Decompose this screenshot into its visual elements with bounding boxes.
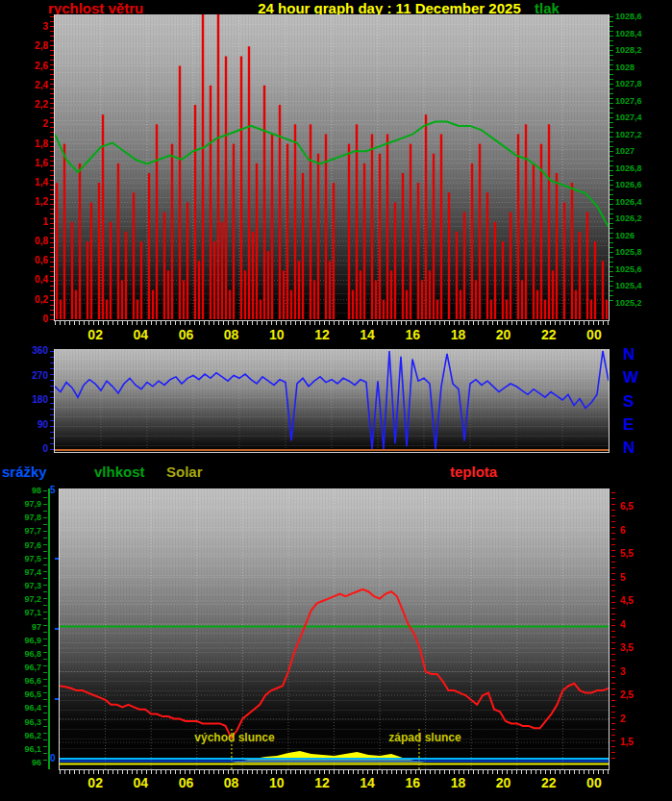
hour-label: 22	[536, 327, 561, 342]
humidity-tick-label: 96,8	[12, 649, 41, 660]
pressure-tick-label: 1027,8	[615, 79, 660, 89]
pressure-tick-label: 1025,2	[615, 298, 660, 309]
pressure-tick-label: 1027,2	[615, 130, 660, 140]
humidity-tick-label: 96	[12, 758, 41, 768]
rain-axis-tick	[55, 628, 59, 630]
wind-speed-tick-label: 0,8	[17, 236, 48, 246]
hour-label: 18	[445, 775, 470, 790]
temperature-tick-label: 5	[620, 572, 649, 583]
wind-speed-axis-ticks	[50, 16, 54, 320]
rain-axis-tick	[55, 558, 59, 560]
rain-humidity-solar-temperature-chart	[59, 488, 610, 770]
humidity-tick-label: 96,9	[12, 636, 41, 646]
hour-label: 04	[128, 775, 153, 790]
humidity-tick-label: 96,3	[12, 717, 41, 728]
hour-label: 20	[491, 775, 516, 790]
wind-speed-tick-label: 2	[17, 118, 48, 129]
humidity-tick-label: 97,6	[12, 540, 41, 551]
wind-speed-tick-label: 2,8	[17, 40, 48, 51]
pressure-tick-label: 1027	[615, 146, 660, 157]
temperature-tick-label: 6,5	[620, 501, 649, 512]
legend-solar: Solar	[166, 463, 203, 480]
hour-label: 22	[536, 775, 561, 790]
humidity-tick-label: 98	[12, 486, 41, 496]
hour-label: 12	[310, 327, 335, 342]
legend-humidity: vlhkost	[94, 463, 145, 480]
wind-speed-tick-label: 1,8	[17, 138, 48, 149]
temperature-tick-label: 6	[620, 525, 649, 536]
hour-label: 04	[128, 327, 153, 342]
humidity-tick-label: 97,3	[12, 581, 41, 591]
rain-tick-label: 0	[50, 753, 58, 763]
humidity-tick-label: 97,7	[12, 526, 41, 537]
weather-24h-graph-page: rychlost větru 24 hour graph day : 11 De…	[0, 0, 672, 801]
humidity-tick-label: 96,5	[12, 689, 41, 700]
wind-direction-chart	[54, 349, 610, 453]
pressure-tick-label: 1027,6	[615, 96, 660, 107]
pressure-tick-label: 1026,2	[615, 213, 660, 224]
sunrise-label: východ slunce	[187, 731, 283, 744]
wind-direction-tick-label: 90	[21, 419, 48, 430]
wind-direction-tick-label: 0	[21, 443, 48, 454]
wind-speed-tick-label: 2,4	[17, 80, 48, 90]
sunset-label: západ slunce	[377, 731, 473, 744]
temperature-tick-label: 4,5	[620, 595, 649, 606]
hour-label: 00	[582, 327, 607, 342]
hour-axis-ticks-bottom	[60, 770, 609, 774]
pressure-tick-label: 1026,8	[615, 163, 660, 174]
humidity-tick-label: 97,1	[12, 608, 41, 618]
rain-axis-tick	[55, 698, 59, 700]
wind-speed-tick-label: 2,6	[17, 61, 48, 71]
pressure-tick-label: 1026	[615, 231, 660, 241]
hour-label: 14	[355, 327, 380, 342]
wind-speed-tick-label: 0	[17, 313, 48, 324]
pressure-tick-label: 1028,4	[615, 29, 660, 39]
compass-letter-n2: N	[623, 438, 646, 458]
wind-speed-tick-label: 1,2	[17, 196, 48, 207]
pressure-tick-label: 1025,8	[615, 247, 660, 258]
humidity-axis-line	[48, 488, 50, 769]
hour-label: 02	[83, 327, 108, 342]
hour-label: 10	[264, 775, 289, 790]
wind-speed-tick-label: 1	[17, 216, 48, 227]
humidity-tick-label: 97,4	[12, 567, 41, 578]
hour-label: 10	[264, 327, 289, 342]
wind-speed-tick-label: 1,4	[17, 177, 48, 188]
humidity-tick-label: 97,9	[12, 499, 41, 510]
wind-speed-tick-label: 0,6	[17, 255, 48, 265]
compass-letter-e: E	[623, 415, 646, 435]
humidity-tick-label: 96,7	[12, 663, 41, 673]
temperature-tick-label: 4	[620, 619, 649, 630]
wind-direction-tick-label: 360	[21, 345, 48, 356]
hour-label: 06	[173, 775, 198, 790]
hour-label: 20	[491, 327, 516, 342]
rain-tick-label: 5	[50, 485, 58, 495]
hour-label: 12	[310, 775, 335, 790]
humidity-tick-label: 96,4	[12, 703, 41, 713]
wind-speed-tick-label: 2,2	[17, 99, 48, 110]
legend-rain: srážky	[2, 463, 47, 480]
hour-axis-ticks-top	[55, 321, 609, 325]
temperature-tick-label: 2,5	[620, 689, 649, 700]
pressure-axis-ticks	[610, 16, 613, 305]
humidity-tick-label: 97,5	[12, 554, 41, 564]
humidity-tick-label: 97,8	[12, 513, 41, 523]
hour-label: 16	[400, 775, 425, 790]
legend-temperature: teplota	[450, 463, 497, 480]
pressure-tick-label: 1025,4	[615, 281, 660, 291]
temperature-tick-label: 1,5	[620, 737, 649, 747]
humidity-tick-label: 97	[12, 622, 41, 633]
wind-direction-tick-label: 270	[21, 370, 48, 381]
pressure-tick-label: 1028,6	[615, 12, 660, 22]
humidity-tick-label: 96,1	[12, 744, 41, 755]
wind-speed-tick-label: 0,4	[17, 274, 48, 285]
hour-label: 02	[83, 775, 108, 790]
compass-letter-s: S	[623, 392, 646, 412]
compass-letter-w: W	[623, 368, 646, 388]
pressure-tick-label: 1028	[615, 63, 660, 73]
pressure-tick-label: 1025,6	[615, 264, 660, 275]
humidity-axis-ticks	[43, 490, 47, 764]
humidity-tick-label: 96,6	[12, 676, 41, 687]
temperature-axis-ticks	[611, 492, 615, 763]
humidity-tick-label: 97,2	[12, 594, 41, 605]
